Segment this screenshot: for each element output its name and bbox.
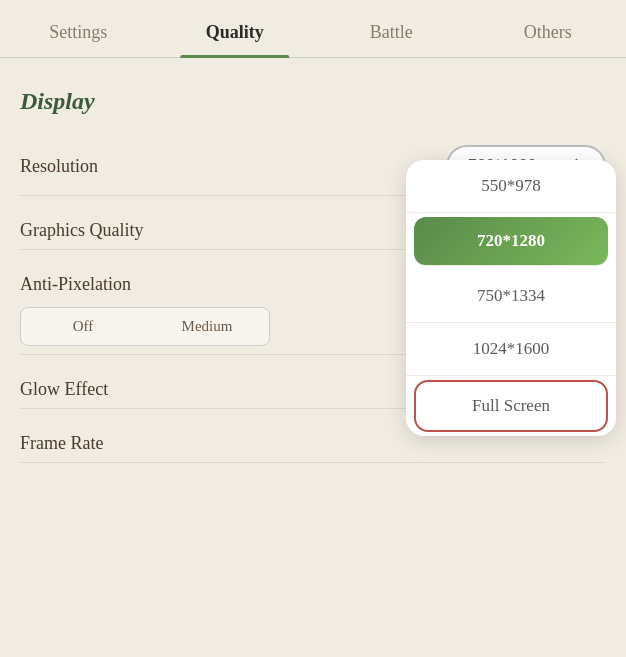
- tab-settings[interactable]: Settings: [0, 10, 157, 57]
- dropdown-option-750[interactable]: 750*1334: [406, 270, 616, 323]
- toggle-option-off[interactable]: Off: [21, 308, 145, 345]
- graphics-quality-label: Graphics Quality: [20, 220, 143, 241]
- tab-bar: Settings Quality Battle Others: [0, 0, 626, 58]
- dropdown-option-720-selected[interactable]: 720*1280: [414, 217, 608, 266]
- tab-quality[interactable]: Quality: [157, 10, 314, 57]
- frame-rate-label: Frame Rate: [20, 433, 103, 454]
- dropdown-option-fullscreen[interactable]: Full Screen: [414, 380, 608, 432]
- resolution-dropdown: 550*978 720*1280 750*1334 1024*1600 Full…: [406, 160, 616, 436]
- tab-others[interactable]: Others: [470, 10, 627, 57]
- anti-pixelation-toggle-group: Off Medium: [20, 307, 270, 346]
- dropdown-option-550[interactable]: 550*978: [406, 160, 616, 213]
- tab-battle[interactable]: Battle: [313, 10, 470, 57]
- glow-effect-label: Glow Effect: [20, 379, 108, 400]
- frame-rate-row: Frame Rate: [20, 433, 606, 463]
- resolution-label: Resolution: [20, 156, 98, 177]
- toggle-option-medium[interactable]: Medium: [145, 308, 269, 345]
- section-title: Display: [20, 88, 606, 115]
- dropdown-option-1024[interactable]: 1024*1600: [406, 323, 616, 376]
